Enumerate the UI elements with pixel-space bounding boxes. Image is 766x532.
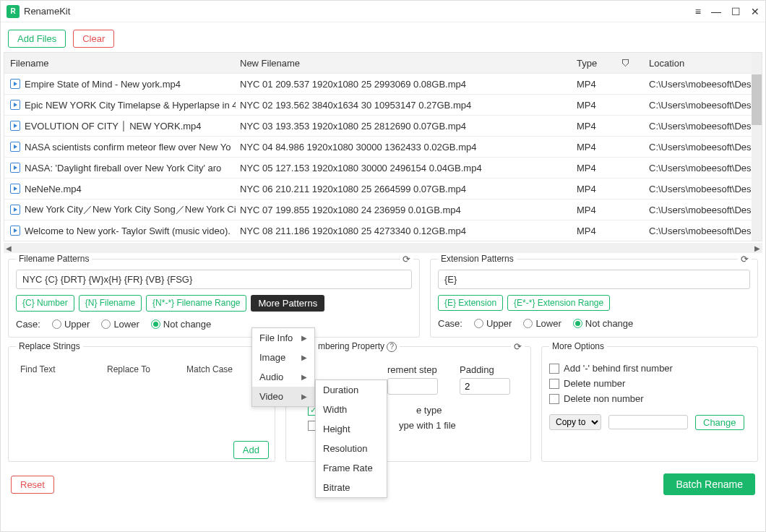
cell-new-filename: NYC 03 193.353 1920x1080 25 2812690 0.07… (236, 121, 572, 132)
tag-extension[interactable]: {E} Extension (438, 295, 503, 311)
table-row[interactable]: Empire State of Mind - New york.mp4NYC 0… (4, 74, 762, 95)
cell-type: MP4 (572, 121, 645, 132)
submenu-width[interactable]: Width (316, 400, 387, 419)
horizontal-scrollbar[interactable]: ◀▶ (4, 243, 762, 253)
chevron-right-icon: ▶ (301, 334, 307, 342)
menu-audio[interactable]: Audio▶ (252, 367, 314, 387)
cell-filename: Epic NEW YORK City Timelapse & Hyperlaps… (25, 100, 236, 111)
padding-input[interactable] (460, 378, 510, 395)
table-row[interactable]: NASA: 'Daylight fireball over New York C… (4, 158, 762, 179)
cell-filename: Empire State of Mind - New york.mp4 (25, 79, 181, 90)
reset-button[interactable]: Reset (11, 476, 54, 494)
col-find-text: Find Text (20, 364, 107, 374)
label-increment-step: rement step (387, 364, 438, 375)
tag-number[interactable]: {C} Number (16, 295, 74, 312)
cell-new-filename: NYC 08 211.186 1920x1080 25 4273340 0.12… (236, 226, 572, 236)
tag-filename[interactable]: {N} Filename (79, 295, 142, 312)
cell-type: MP4 (572, 184, 645, 194)
label-dash: Add '-' behind first number (564, 363, 673, 374)
submenu-resolution[interactable]: Resolution (316, 439, 387, 458)
checkbox-del-non-number[interactable] (549, 394, 559, 404)
table-row[interactable]: Epic NEW YORK City Timelapse & Hyperlaps… (4, 95, 762, 116)
panel-title: Extension Patterns (438, 254, 517, 264)
label-padding: Padding (460, 364, 510, 375)
cell-filename: Welcome to New york- Taylor Swift (music… (25, 226, 231, 236)
refresh-icon[interactable]: ⟳ (400, 254, 413, 265)
cell-new-filename: NYC 04 84.986 1920x1080 30000 1362433 0.… (236, 142, 572, 153)
table-row[interactable]: New York City／New York City Song／New Yor… (4, 200, 762, 220)
column-type[interactable]: Type⛉ (572, 58, 645, 69)
filename-patterns-panel: Filename Patterns ⟳ {C} Number {N} Filen… (8, 259, 420, 338)
panel-title: More Options (549, 341, 607, 351)
cell-filename: NASA: 'Daylight fireball over New York C… (25, 163, 221, 173)
cell-new-filename: NYC 05 127.153 1920x1080 30000 2496154 0… (236, 163, 572, 173)
step-input[interactable] (387, 378, 438, 395)
radio-ext-upper[interactable]: Upper (474, 318, 512, 329)
tag-filename-range[interactable]: {N*-*} Filename Range (146, 295, 246, 312)
minimize-icon[interactable]: — (711, 6, 721, 17)
submenu-frame-rate[interactable]: Frame Rate (316, 458, 387, 478)
cell-filename: EVOLUTION OF CITY │ NEW YORK.mp4 (25, 121, 202, 132)
column-new-filename[interactable]: New Filename (236, 58, 572, 69)
video-file-icon (10, 142, 20, 152)
extension-pattern-input[interactable] (438, 270, 750, 289)
more-patterns-button[interactable]: More Patterns (251, 295, 324, 312)
cell-type: MP4 (572, 226, 645, 236)
cell-location: C:\Users\mobeesoft\Deskt (645, 121, 762, 132)
clear-button[interactable]: Clear (73, 30, 114, 48)
maximize-icon[interactable]: ☐ (731, 6, 741, 17)
radio-ext-lower[interactable]: Lower (523, 318, 561, 329)
cell-new-filename: NYC 07 199.855 1920x1080 24 236959 0.01G… (236, 205, 572, 215)
add-replace-button[interactable]: Add (233, 441, 269, 459)
column-filename[interactable]: Filename (4, 58, 236, 69)
submenu-height[interactable]: Height (316, 419, 387, 439)
cell-location: C:\Users\mobeesoft\Deskt (645, 163, 762, 173)
batch-rename-button[interactable]: Batch Rename (663, 473, 755, 495)
filename-pattern-input[interactable] (16, 270, 412, 289)
cell-location: C:\Users\mobeesoft\Deskt (645, 79, 762, 90)
radio-lower[interactable]: Lower (101, 319, 139, 330)
filter-icon[interactable]: ⛉ (621, 59, 630, 69)
submenu-bitrate[interactable]: Bitrate (316, 478, 387, 497)
add-files-button[interactable]: Add Files (8, 30, 66, 48)
radio-ext-not-change[interactable]: Not change (573, 318, 634, 329)
copy-to-input[interactable] (608, 415, 688, 429)
close-icon[interactable]: ✕ (751, 6, 759, 17)
video-file-icon (10, 79, 20, 89)
table-row[interactable]: NASA scientists confirm meteor flew over… (4, 137, 762, 158)
menu-video[interactable]: Video▶ (252, 387, 314, 406)
app-icon: R (7, 5, 20, 18)
submenu-duration[interactable]: Duration (316, 380, 387, 400)
cell-location: C:\Users\mobeesoft\Deskt (645, 100, 762, 111)
table-row[interactable]: NeNeNe.mp4NYC 06 210.211 1920x1080 25 26… (4, 179, 762, 200)
change-button[interactable]: Change (695, 415, 744, 430)
refresh-icon[interactable]: ⟳ (511, 341, 525, 352)
menu-icon[interactable]: ≡ (695, 6, 701, 17)
menu-file-info[interactable]: File Info▶ (252, 328, 314, 348)
menu-image[interactable]: Image▶ (252, 348, 314, 367)
extension-patterns-panel: Extension Patterns ⟳ {E} Extension {E*-*… (430, 259, 758, 338)
table-row[interactable]: EVOLUTION OF CITY │ NEW YORK.mp4NYC 03 1… (4, 116, 762, 137)
label-del-non-number: Delete non number (564, 393, 644, 404)
radio-upper[interactable]: Upper (52, 319, 90, 330)
tag-extension-range[interactable]: {E*-*} Extension Range (507, 295, 610, 311)
checkbox-dash[interactable] (549, 364, 559, 374)
video-file-icon (10, 184, 20, 194)
cell-filename: New York City／New York City Song／New Yor… (25, 203, 236, 216)
help-icon[interactable]: ? (387, 342, 397, 352)
panel-title: Filename Patterns (16, 254, 92, 264)
cell-filename: NeNeNe.mp4 (25, 184, 82, 194)
copy-to-select[interactable]: Copy to (549, 414, 601, 430)
vertical-scrollbar[interactable] (752, 53, 762, 241)
radio-not-change[interactable]: Not change (151, 319, 212, 330)
cell-location: C:\Users\mobeesoft\Deskt (645, 184, 762, 194)
replace-strings-panel: Replace Strings Find Text Replace To Mat… (8, 346, 275, 462)
column-location[interactable]: Location (645, 58, 762, 69)
label-del-number: Delete number (564, 378, 625, 389)
cell-new-filename: NYC 06 210.211 1920x1080 25 2664599 0.07… (236, 184, 572, 194)
refresh-icon[interactable]: ⟳ (738, 254, 752, 265)
cell-location: C:\Users\mobeesoft\Deskt (645, 226, 762, 236)
checkbox-del-number[interactable] (549, 379, 559, 389)
table-row[interactable]: Welcome to New york- Taylor Swift (music… (4, 220, 762, 241)
more-patterns-popup: File Info▶ Image▶ Audio▶ Video▶ (251, 327, 315, 407)
